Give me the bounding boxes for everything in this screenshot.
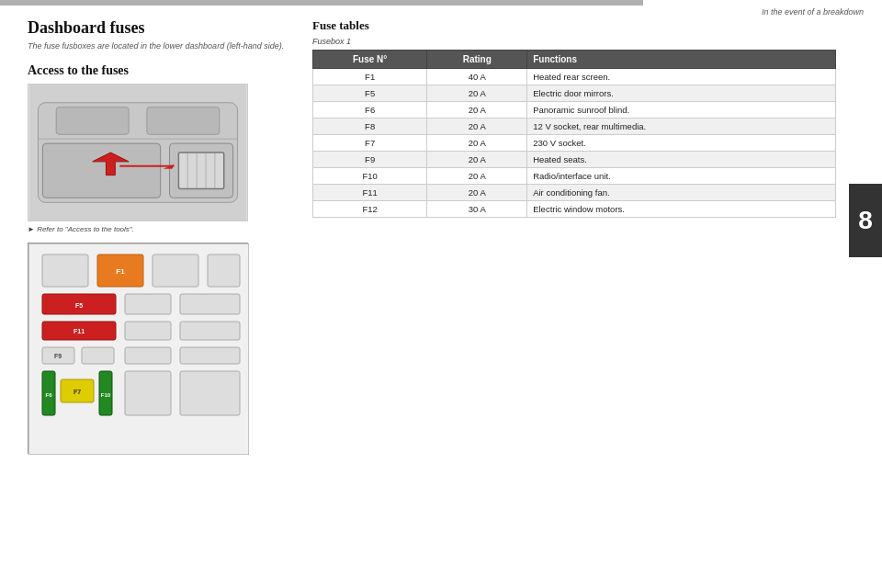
table-row: F1020 ARadio/interface unit. <box>313 168 836 185</box>
svg-rect-3 <box>56 107 129 135</box>
svg-rect-31 <box>82 347 114 364</box>
function-cell: Radio/interface unit. <box>527 168 836 185</box>
rating-cell: 20 A <box>427 102 527 119</box>
fuse-number-cell: F6 <box>313 102 427 119</box>
function-cell: Heated seats. <box>527 152 836 168</box>
page-title: Dashboard fuses <box>28 18 299 38</box>
fuse-number-cell: F1 <box>313 69 427 85</box>
fuse-number-cell: F7 <box>313 135 427 152</box>
svg-rect-40 <box>125 371 171 415</box>
table-row: F620 APanoramic sunroof blind. <box>313 102 836 119</box>
svg-text:F6: F6 <box>45 392 52 398</box>
page-subtitle: The fuse fusboxes are located in the low… <box>28 41 299 51</box>
svg-rect-16 <box>42 254 88 287</box>
function-cell: Electric window motors. <box>527 201 836 218</box>
table-header-row: Fuse N° Rating Functions <box>313 51 836 69</box>
function-cell: 230 V socket. <box>527 135 836 152</box>
refer-text: Refer to "Access to the tools". <box>28 225 299 233</box>
fusebox-diagram: F1 F5 F11 F9 <box>28 243 248 454</box>
svg-rect-28 <box>180 322 240 340</box>
fusebox-label: Fusebox 1 <box>312 37 836 46</box>
fuse-table-title: Fuse tables <box>312 18 836 33</box>
fuse-number-cell: F9 <box>313 152 427 168</box>
svg-rect-19 <box>153 254 198 287</box>
top-bar <box>0 0 643 6</box>
svg-text:F1: F1 <box>116 267 125 276</box>
rating-cell: 20 A <box>427 152 527 168</box>
svg-text:F5: F5 <box>75 302 83 309</box>
fuse-number-cell: F12 <box>313 201 427 218</box>
svg-rect-32 <box>125 347 171 364</box>
table-row: F520 AElectric door mirrors. <box>313 85 836 102</box>
svg-text:F11: F11 <box>74 328 85 334</box>
table-row: F720 A230 V socket. <box>313 135 836 152</box>
fuse-table: Fuse N° Rating Functions F140 AHeated re… <box>312 50 836 218</box>
table-row: F1120 AAir conditioning fan. <box>313 185 836 201</box>
svg-rect-24 <box>180 294 240 314</box>
rating-cell: 20 A <box>427 85 527 102</box>
col-fuse-number: Fuse N° <box>313 51 427 69</box>
function-cell: Electric door mirrors. <box>527 85 836 102</box>
svg-rect-27 <box>125 322 171 340</box>
fuse-number-cell: F5 <box>313 85 427 102</box>
right-column: Fuse tables Fusebox 1 Fuse N° Rating Fun… <box>312 18 836 218</box>
fuse-number-cell: F8 <box>313 119 427 135</box>
table-row: F920 AHeated seats. <box>313 152 836 168</box>
function-cell: Panoramic sunroof blind. <box>527 102 836 119</box>
function-cell: 12 V socket, rear multimedia. <box>527 119 836 135</box>
svg-text:F7: F7 <box>74 389 81 395</box>
table-row: F140 AHeated rear screen. <box>313 69 836 85</box>
function-cell: Heated rear screen. <box>527 69 836 85</box>
header-right-text: In the event of a breakdown <box>762 7 864 17</box>
svg-rect-4 <box>147 107 220 135</box>
rating-cell: 20 A <box>427 168 527 185</box>
rating-cell: 40 A <box>427 69 527 85</box>
col-rating: Rating <box>427 51 527 69</box>
rating-cell: 20 A <box>427 185 527 201</box>
rating-cell: 30 A <box>427 201 527 218</box>
fuse-number-cell: F11 <box>313 185 427 201</box>
svg-rect-5 <box>42 143 160 198</box>
car-interior-image <box>28 84 248 221</box>
svg-rect-33 <box>180 347 240 364</box>
svg-rect-8 <box>178 153 223 188</box>
rating-cell: 20 A <box>427 135 527 152</box>
svg-rect-23 <box>125 294 171 314</box>
svg-text:F10: F10 <box>101 392 111 398</box>
svg-rect-20 <box>208 254 240 287</box>
table-row: F1230 AElectric window motors. <box>313 201 836 218</box>
rating-cell: 20 A <box>427 119 527 135</box>
table-row: F820 A12 V socket, rear multimedia. <box>313 119 836 135</box>
chapter-badge: 8 <box>849 184 882 257</box>
svg-rect-41 <box>180 371 240 415</box>
fuse-number-cell: F10 <box>313 168 427 185</box>
access-section-title: Access to the fuses <box>28 63 299 78</box>
svg-text:F9: F9 <box>54 353 62 359</box>
function-cell: Air conditioning fan. <box>527 185 836 201</box>
main-content: Dashboard fuses The fuse fusboxes are lo… <box>28 18 836 570</box>
col-functions: Functions <box>527 51 836 69</box>
left-column: Dashboard fuses The fuse fusboxes are lo… <box>28 18 299 454</box>
